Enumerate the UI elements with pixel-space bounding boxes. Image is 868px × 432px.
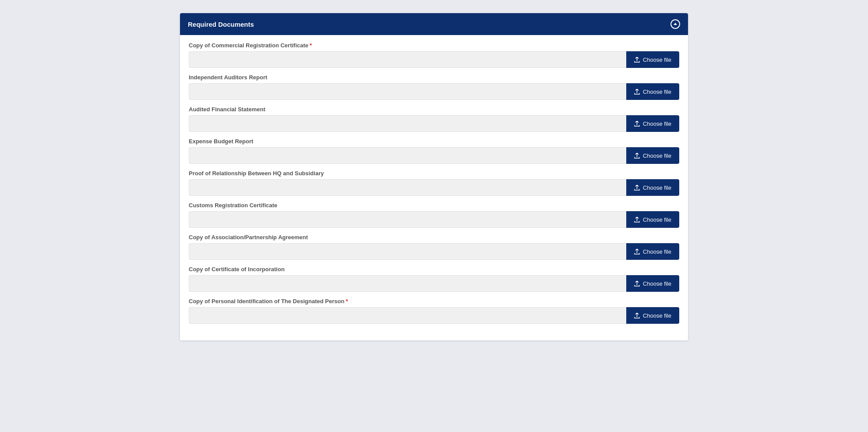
choose-file-label: Choose file [643,57,671,63]
doc-row: Copy of Association/Partnership Agreemen… [189,234,679,260]
required-star: * [346,298,348,305]
doc-label: Audited Financial Statement [189,106,679,113]
collapse-button[interactable] [670,19,680,29]
doc-label: Copy of Association/Partnership Agreemen… [189,234,679,241]
doc-label: Copy of Certificate of Incorporation [189,266,679,273]
doc-input-row: Choose file [189,179,679,196]
choose-file-button-personal-identification[interactable]: Choose file [626,307,679,324]
doc-row: Audited Financial Statement Choose file [189,106,679,132]
doc-row: Proof of Relationship Between HQ and Sub… [189,170,679,196]
doc-label: Proof of Relationship Between HQ and Sub… [189,170,679,177]
upload-icon [634,57,640,63]
required-star: * [310,42,312,49]
doc-input-row: Choose file [189,243,679,260]
doc-row: Copy of Certificate of Incorporation Cho… [189,266,679,292]
choose-file-label: Choose file [643,280,671,287]
choose-file-button-expense-budget[interactable]: Choose file [626,147,679,164]
choose-file-button-commercial-registration[interactable]: Choose file [626,51,679,68]
doc-input-row: Choose file [189,83,679,100]
doc-file-input-proof-relationship[interactable] [189,179,626,196]
section-header: Required Documents [180,13,688,35]
choose-file-label: Choose file [643,184,671,191]
doc-file-input-expense-budget[interactable] [189,147,626,164]
upload-icon [634,217,640,223]
choose-file-label: Choose file [643,120,671,127]
choose-file-button-financial-statement[interactable]: Choose file [626,115,679,132]
choose-file-label: Choose file [643,152,671,159]
upload-icon [634,185,640,191]
doc-input-row: Choose file [189,147,679,164]
doc-input-row: Choose file [189,275,679,292]
upload-icon [634,313,640,319]
doc-input-row: Choose file [189,211,679,228]
choose-file-label: Choose file [643,216,671,223]
doc-input-row: Choose file [189,51,679,68]
choose-file-label: Choose file [643,89,671,95]
choose-file-button-association-agreement[interactable]: Choose file [626,243,679,260]
doc-label: Expense Budget Report [189,138,679,145]
doc-label: Copy of Commercial Registration Certific… [189,42,679,49]
choose-file-label: Choose file [643,312,671,319]
doc-input-row: Choose file [189,307,679,324]
doc-row: Customs Registration Certificate Choose … [189,202,679,228]
doc-label: Customs Registration Certificate [189,202,679,209]
choose-file-button-certificate-incorporation[interactable]: Choose file [626,275,679,292]
upload-icon [634,281,640,287]
required-documents-panel: Required Documents Copy of Commercial Re… [180,13,688,340]
doc-file-input-auditors-report[interactable] [189,83,626,100]
choose-file-button-auditors-report[interactable]: Choose file [626,83,679,100]
upload-icon [634,153,640,159]
doc-row: Copy of Commercial Registration Certific… [189,42,679,68]
choose-file-button-customs-registration[interactable]: Choose file [626,211,679,228]
section-title: Required Documents [188,21,254,28]
doc-row: Expense Budget Report Choose file [189,138,679,164]
doc-file-input-financial-statement[interactable] [189,115,626,132]
choose-file-button-proof-relationship[interactable]: Choose file [626,179,679,196]
doc-label: Copy of Personal Identification of The D… [189,298,679,305]
upload-icon [634,249,640,255]
doc-input-row: Choose file [189,115,679,132]
doc-row: Copy of Personal Identification of The D… [189,298,679,324]
doc-file-input-customs-registration[interactable] [189,211,626,228]
section-body: Copy of Commercial Registration Certific… [180,35,688,340]
doc-file-input-association-agreement[interactable] [189,243,626,260]
choose-file-label: Choose file [643,248,671,255]
doc-file-input-commercial-registration[interactable] [189,51,626,68]
doc-label: Independent Auditors Report [189,74,679,81]
doc-row: Independent Auditors Report Choose file [189,74,679,100]
doc-file-input-certificate-incorporation[interactable] [189,275,626,292]
upload-icon [634,89,640,95]
upload-icon [634,121,640,127]
doc-file-input-personal-identification[interactable] [189,307,626,324]
